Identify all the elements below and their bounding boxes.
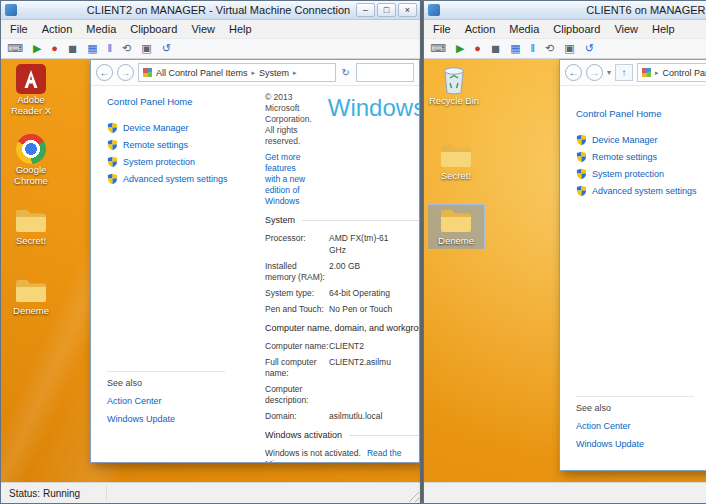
sidebar-item-remote-settings[interactable]: Remote settings: [107, 139, 251, 151]
menu-item-action[interactable]: Action: [458, 22, 503, 36]
breadcrumb[interactable]: All Control Panel Items ▸ System ▸: [138, 63, 336, 82]
menu-bar: File Action Media Clipboard View Help: [424, 20, 706, 38]
menu-item-media[interactable]: Media: [79, 22, 123, 36]
start-vm-icon[interactable]: ▶: [456, 43, 464, 54]
desktop-icon-recycle-bin[interactable]: Recycle Bin: [426, 61, 482, 109]
resize-grip[interactable]: [406, 489, 419, 502]
uac-shield-icon: [107, 122, 118, 134]
menu-item-help[interactable]: Help: [222, 22, 259, 36]
save-vm-icon[interactable]: ▦: [87, 43, 97, 54]
sidebar-item-label: Device Manager: [592, 135, 658, 146]
back-button[interactable]: ←: [96, 64, 113, 81]
breadcrumb-item-all-control-panel-items[interactable]: All Control Panel Items: [156, 68, 248, 78]
menu-item-clipboard[interactable]: Clipboard: [546, 22, 607, 36]
google-chrome-icon: [16, 134, 46, 164]
sidebar-item-advanced-system-settings[interactable]: Advanced system settings: [576, 185, 706, 197]
desktop-icon-adobe-reader[interactable]: Adobe Reader X: [3, 62, 59, 119]
system-window: ← → ▾ ↑ ▸ Control Panel Control Panel Ho…: [559, 59, 706, 471]
turn-off-vm-icon[interactable]: ●: [51, 43, 58, 54]
link-action-center[interactable]: Action Center: [576, 421, 694, 431]
up-button[interactable]: ↑: [615, 64, 633, 81]
folder-icon: [14, 277, 48, 305]
desktop-icon-deneme-folder[interactable]: Deneme: [3, 275, 59, 319]
info-value: 2.00 GB: [329, 261, 419, 283]
window-icon: [5, 4, 17, 16]
desktop-icon-label: Google Chrome: [3, 165, 59, 187]
vm-desktop-client2[interactable]: Adobe Reader X Google Chrome Secret! Den…: [1, 59, 420, 482]
sidebar-item-advanced-system-settings[interactable]: Advanced system settings: [107, 173, 251, 185]
info-label: Domain:: [265, 411, 329, 422]
ctrl-alt-del-icon[interactable]: ⌨: [430, 43, 446, 54]
shut-down-vm-icon[interactable]: ◼: [68, 43, 77, 54]
menu-item-help[interactable]: Help: [645, 22, 682, 36]
desktop-icon-deneme-folder[interactable]: Deneme: [428, 205, 484, 249]
back-button[interactable]: ←: [565, 64, 582, 81]
search-input[interactable]: [356, 63, 414, 82]
menu-item-clipboard[interactable]: Clipboard: [123, 22, 184, 36]
sidebar-item-label: Advanced system settings: [592, 186, 697, 197]
link-windows-update[interactable]: Windows Update: [107, 414, 225, 424]
breadcrumb[interactable]: ▸ Control Panel: [637, 63, 706, 82]
uac-shield-icon: [107, 156, 118, 168]
uac-shield-icon: [576, 134, 587, 146]
title-bar[interactable]: CLIENT6 on MANAGER - Virtual Machine Con…: [424, 1, 706, 20]
uac-shield-icon: [107, 173, 118, 185]
link-action-center[interactable]: Action Center: [107, 396, 225, 406]
sidebar-item-device-manager[interactable]: Device Manager: [107, 122, 251, 134]
window-buttons: – □ ×: [356, 3, 417, 17]
close-button[interactable]: ×: [398, 3, 417, 17]
info-label: Pen and Touch:: [265, 304, 329, 315]
desktop-icon-secret-folder[interactable]: Secret!: [428, 140, 484, 184]
sidebar-item-control-panel-home[interactable]: Control Panel Home: [107, 96, 251, 107]
system-content: © 2013 Microsoft Corporation. All rights…: [251, 86, 419, 462]
revert-icon[interactable]: ↺: [162, 43, 171, 54]
link-windows-update[interactable]: Windows Update: [576, 439, 694, 449]
sidebar-item-device-manager[interactable]: Device Manager: [576, 134, 706, 146]
reset-vm-icon[interactable]: ⟲: [122, 43, 131, 54]
menu-item-action[interactable]: Action: [35, 22, 80, 36]
sidebar-item-system-protection[interactable]: System protection: [107, 156, 251, 168]
turn-off-vm-icon[interactable]: ●: [474, 43, 481, 54]
menu-item-media[interactable]: Media: [502, 22, 546, 36]
shut-down-vm-icon[interactable]: ◼: [491, 43, 500, 54]
section-heading-computer-name: Computer name, domain, and workgroup set…: [265, 323, 419, 333]
pause-vm-icon[interactable]: ‖: [108, 43, 113, 54]
status-bar: [424, 482, 706, 503]
menu-item-file[interactable]: File: [426, 22, 458, 36]
save-vm-icon[interactable]: ▦: [510, 43, 520, 54]
get-more-features-link[interactable]: Get more features with a new edition of …: [265, 152, 312, 207]
vm-toolbar: ⌨ ▶ ● ◼ ▦ ‖ ⟲ ▣ ↺: [424, 38, 706, 59]
start-vm-icon[interactable]: ▶: [33, 43, 41, 54]
menu-item-file[interactable]: File: [3, 22, 35, 36]
ctrl-alt-del-icon[interactable]: ⌨: [7, 43, 23, 54]
see-also-section: See also Action Center Windows Update: [576, 396, 694, 457]
revert-icon[interactable]: ↺: [585, 43, 594, 54]
menu-item-view[interactable]: View: [607, 22, 645, 36]
info-row-installed-memory: Installed memory (RAM): 2.00 GB: [265, 261, 419, 283]
vm-desktop-client6[interactable]: Recycle Bin Secret! Deneme ← → ▾ ↑: [424, 59, 706, 482]
refresh-icon[interactable]: ↻: [340, 67, 352, 78]
maximize-button[interactable]: □: [377, 3, 396, 17]
breadcrumb-item-system[interactable]: System: [259, 68, 289, 78]
desktop-icon-secret-folder[interactable]: Secret!: [3, 205, 59, 249]
sidebar-item-system-protection[interactable]: System protection: [576, 168, 706, 180]
checkpoint-icon[interactable]: ▣: [141, 43, 151, 54]
info-row-processor: Processor: AMD FX(tm)-61 GHz: [265, 233, 419, 255]
reset-vm-icon[interactable]: ⟲: [545, 43, 554, 54]
desktop-icon-google-chrome[interactable]: Google Chrome: [3, 132, 59, 189]
control-panel-icon: [642, 68, 651, 77]
pause-vm-icon[interactable]: ‖: [531, 43, 536, 54]
sidebar-item-control-panel-home[interactable]: Control Panel Home: [576, 108, 706, 119]
forward-button[interactable]: →: [586, 64, 603, 81]
sidebar-item-remote-settings[interactable]: Remote settings: [576, 151, 706, 163]
checkpoint-icon[interactable]: ▣: [564, 43, 574, 54]
see-also-heading: See also: [107, 378, 225, 388]
breadcrumb-item-control-panel[interactable]: Control Panel: [663, 68, 706, 78]
forward-button[interactable]: →: [117, 64, 134, 81]
title-bar[interactable]: CLIENT2 on MANAGER - Virtual Machine Con…: [1, 1, 420, 20]
recent-pages-dropdown-icon[interactable]: ▾: [607, 68, 611, 77]
sidebar: Control Panel Home Device Manager: [91, 86, 251, 462]
menu-item-view[interactable]: View: [184, 22, 222, 36]
adobe-reader-icon: [16, 64, 46, 94]
minimize-button[interactable]: –: [356, 3, 375, 17]
